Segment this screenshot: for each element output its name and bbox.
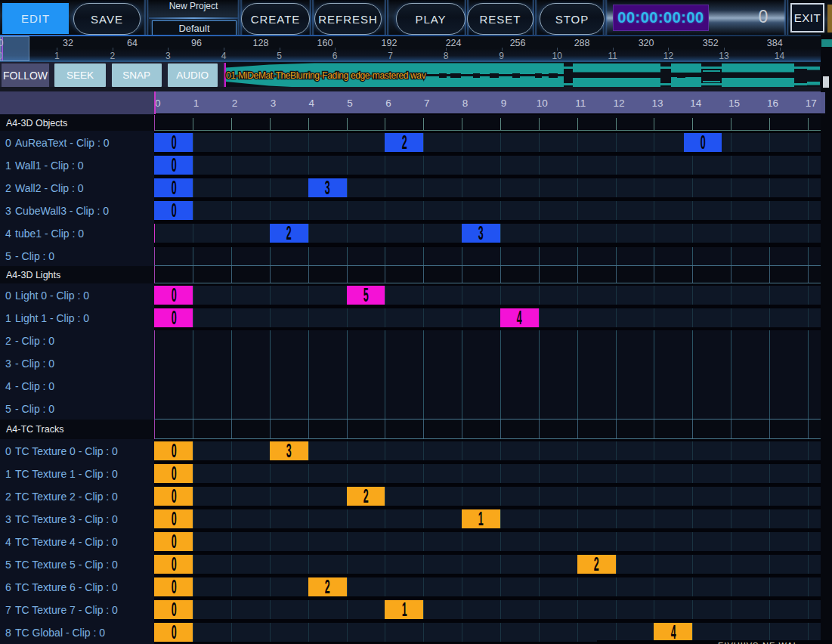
svg-text:01-MiDeMat-TheBlurring-Fading: 01-MiDeMat-TheBlurring-Fading edge-maste… bbox=[226, 70, 426, 81]
